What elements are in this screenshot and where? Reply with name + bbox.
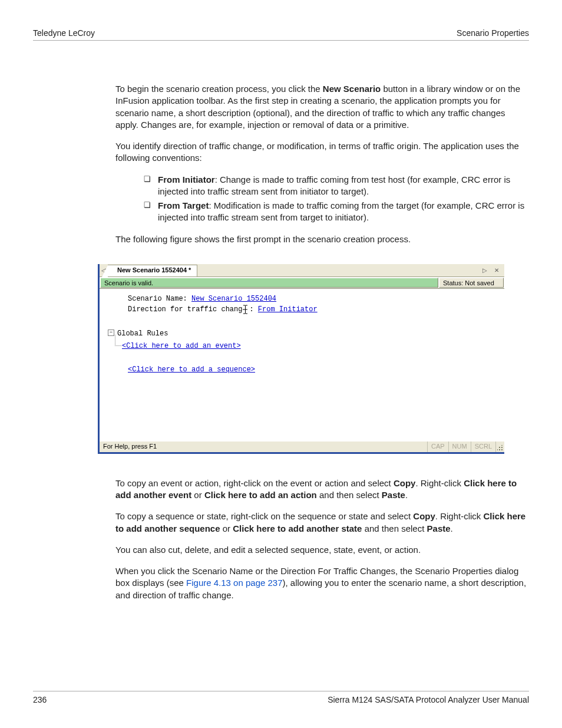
text: : Modification is made to traffic coming… bbox=[158, 200, 524, 222]
save-status: Status: Not saved bbox=[439, 278, 504, 288]
page-number: 236 bbox=[33, 695, 47, 704]
text: . Right-click bbox=[435, 511, 484, 521]
scenario-tab[interactable]: New Scenario 1552404 * bbox=[108, 265, 197, 276]
tab-label: New Scenario 1552404 * bbox=[117, 266, 191, 274]
text-bold: Click here to add another state bbox=[233, 523, 362, 533]
app-status-bar: For Help, press F1 CAP NUM SCRL bbox=[100, 441, 504, 452]
header-left: Teledyne LeCroy bbox=[33, 28, 95, 38]
header-right: Scenario Properties bbox=[457, 28, 529, 38]
text-bold: Click here to add an action bbox=[204, 490, 317, 500]
validity-status: Scenario is valid. bbox=[100, 278, 438, 288]
bullet-list: From Initiator: Change is made to traffi… bbox=[115, 174, 529, 224]
global-rules-node: − Global Rules <Click here to add an eve… bbox=[117, 328, 497, 351]
text-cursor-icon bbox=[242, 305, 249, 314]
scenario-editor: Scenario Name: New Scenario 1552404 Dire… bbox=[100, 289, 504, 441]
text: or bbox=[220, 523, 233, 533]
app-window: ◁ New Scenario 1552404 * ▷ ✕ Scenario is… bbox=[98, 264, 504, 454]
list-item: From Target: Modification is made to tra… bbox=[158, 200, 529, 224]
text: . bbox=[451, 523, 453, 533]
text: . Right-click bbox=[415, 478, 464, 488]
list-item: From Initiator: Change is made to traffi… bbox=[158, 174, 529, 198]
caps-indicator: CAP bbox=[428, 442, 449, 452]
help-hint: For Help, press F1 bbox=[100, 442, 428, 452]
tab-bar: ◁ New Scenario 1552404 * ▷ ✕ bbox=[100, 264, 504, 277]
direction-label: Direction for traffic chang bbox=[128, 305, 242, 314]
text: or bbox=[191, 490, 204, 500]
text-bold: From Initiator bbox=[158, 174, 215, 185]
resize-grip-icon[interactable] bbox=[496, 442, 504, 452]
paragraph: To copy a sequence or state, right-click… bbox=[115, 510, 529, 535]
paragraph: You identify direction of traffic change… bbox=[115, 140, 529, 164]
global-rules-label: Global Rules bbox=[117, 330, 168, 338]
running-footer: 236 Sierra M124 SAS/SATA Protocol Analyz… bbox=[33, 691, 529, 704]
manual-title: Sierra M124 SAS/SATA Protocol Analyzer U… bbox=[328, 695, 529, 704]
running-header: Teledyne LeCroy Scenario Properties bbox=[33, 28, 529, 41]
text: To copy an event or action, right-click … bbox=[115, 478, 394, 488]
tab-scroll-right-icon[interactable]: ▷ bbox=[481, 267, 489, 274]
paragraph: To begin the scenario creation process, … bbox=[115, 83, 529, 131]
text-bold: Copy bbox=[413, 511, 435, 521]
close-icon[interactable]: ✕ bbox=[492, 267, 501, 274]
num-indicator: NUM bbox=[449, 442, 471, 452]
text-bold: From Target bbox=[158, 200, 209, 210]
paragraph: The following figure shows the first pro… bbox=[115, 233, 529, 245]
add-sequence-link[interactable]: <Click here to add a sequence> bbox=[128, 365, 255, 374]
add-event-link[interactable]: <Click here to add an event> bbox=[122, 342, 241, 350]
tree-collapse-icon[interactable]: − bbox=[108, 330, 114, 336]
figure-cross-reference[interactable]: Figure 4.13 on page 237 bbox=[186, 578, 282, 588]
text: and then select bbox=[362, 523, 427, 533]
paragraph: You can also cut, delete, and edit a sel… bbox=[115, 544, 529, 556]
text-bold: Paste bbox=[382, 490, 405, 500]
manual-page: Teledyne LeCroy Scenario Properties To b… bbox=[0, 0, 562, 728]
status-row: Scenario is valid. Status: Not saved bbox=[100, 277, 504, 289]
body-column: To begin the scenario creation process, … bbox=[115, 83, 529, 245]
text: and then select bbox=[317, 490, 382, 500]
scroll-indicator: SCRL bbox=[471, 442, 496, 452]
text-bold: Copy bbox=[394, 478, 416, 488]
scenario-name-link[interactable]: New Scenario 1552404 bbox=[191, 295, 276, 303]
scenario-name-label: Scenario Name: bbox=[128, 295, 191, 303]
paragraph: To copy an event or action, right-click … bbox=[115, 477, 529, 502]
text-bold: New Scenario bbox=[323, 84, 381, 94]
text: . bbox=[405, 490, 408, 500]
paragraph: When you click the Scenario Name or the … bbox=[115, 565, 529, 601]
direction-label-colon: : bbox=[249, 305, 257, 314]
text-bold: Paste bbox=[427, 523, 451, 533]
direction-link[interactable]: From Initiator bbox=[258, 305, 318, 314]
text: To copy a sequence or state, right-click… bbox=[115, 511, 413, 521]
text: To begin the scenario creation process, … bbox=[115, 84, 323, 94]
body-column: To copy an event or action, right-click … bbox=[115, 477, 529, 601]
